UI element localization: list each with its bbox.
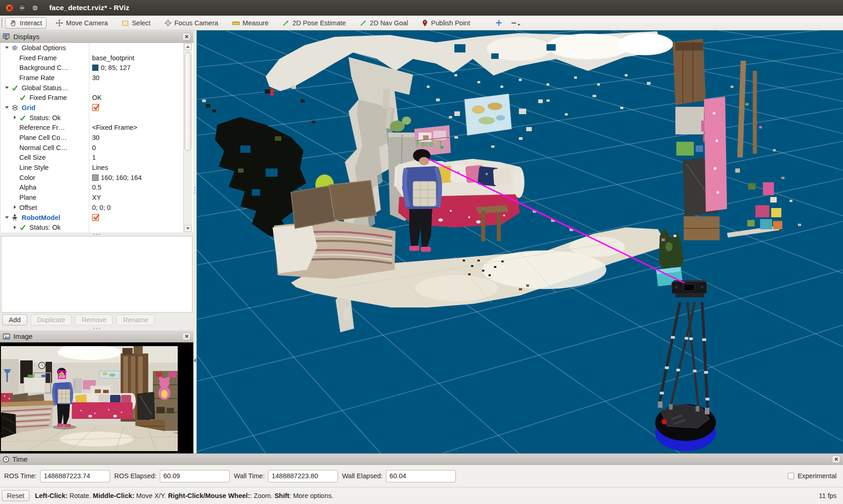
tree-row-global-status-[interactable]: Global Status… [0, 83, 193, 93]
tree-row-grid[interactable]: Grid [0, 103, 193, 113]
scroll-up-icon[interactable] [184, 43, 192, 50]
window-minimize-button[interactable] [18, 4, 26, 12]
tool-measure[interactable]: Measure [227, 17, 273, 29]
tree-row-background-c-[interactable]: Background C…0; 85; 127 [0, 63, 193, 73]
move-arrows-icon [56, 19, 63, 27]
tool-2d-nav-goal[interactable]: 2D Nav Goal [355, 17, 413, 29]
property-value[interactable]: Lines [92, 164, 108, 171]
time-panel-header[interactable]: Time [0, 453, 843, 465]
tree-row-normal-cell-c-[interactable]: Normal Cell C…0 [0, 143, 193, 153]
displays-scrollbar[interactable] [183, 43, 192, 232]
tool-focus-camera[interactable]: Focus Camera [160, 17, 223, 29]
expander-icon[interactable] [4, 45, 10, 51]
tree-row-reference-fr-[interactable]: Reference Fr…<Fixed Frame> [0, 123, 193, 133]
color-swatch[interactable] [92, 64, 99, 71]
tree-row-plane-cell-co-[interactable]: Plane Cell Co…30 [0, 133, 193, 143]
tool-publish-point[interactable]: Publish Point [417, 17, 475, 29]
property-value[interactable]: 0; 0; 0 [92, 204, 110, 211]
expander-icon[interactable] [4, 85, 10, 91]
expander-icon[interactable] [4, 104, 10, 110]
ros-elapsed-input[interactable] [160, 470, 230, 482]
property-value[interactable]: XY [92, 194, 101, 201]
reset-button[interactable]: Reset [2, 490, 29, 501]
horizontal-splitter[interactable] [0, 326, 193, 330]
property-value[interactable]: 1 [92, 154, 96, 161]
tree-row-color[interactable]: Color160; 160; 164 [0, 173, 193, 183]
vertical-splitter[interactable] [193, 30, 197, 453]
tree-row-fixed-frame[interactable]: Fixed FrameOK [0, 93, 193, 103]
close-panel-button[interactable] [182, 33, 191, 41]
tree-row-status-ok[interactable]: Status: Ok [0, 222, 193, 232]
add-tool-button[interactable] [492, 18, 506, 28]
expander-icon[interactable] [12, 204, 18, 210]
duplicate-display-button[interactable]: Duplicate [31, 314, 71, 325]
minus-dropdown-icon [511, 19, 521, 26]
wall-elapsed-label: Wall Elapsed: [342, 472, 383, 480]
property-value[interactable]: base_footprint [92, 54, 134, 62]
expander-spacer [12, 155, 18, 161]
ros-time-input[interactable] [40, 470, 110, 482]
toolbar-drag-handle-icon[interactable] [1, 18, 3, 28]
tree-row-frame-rate[interactable]: Frame Rate30 [0, 73, 193, 83]
scroll-down-icon[interactable] [184, 225, 192, 232]
remove-tool-button[interactable] [507, 18, 524, 28]
enabled-checkbox[interactable] [92, 214, 99, 221]
window-close-button[interactable] [6, 4, 13, 12]
3d-viewport[interactable]: Face_1 [197, 30, 843, 453]
tree-row-cell-size[interactable]: Cell Size1 [0, 153, 193, 163]
close-panel-button[interactable] [832, 456, 840, 463]
property-value[interactable]: <Fixed Frame> [92, 124, 137, 131]
expander-icon[interactable] [4, 214, 10, 220]
property-label: RobotModel [22, 214, 60, 221]
clock-icon [3, 456, 9, 463]
tree-row-alpha[interactable]: Alpha0.5 [0, 183, 193, 193]
tool-interact[interactable]: Interact [5, 17, 47, 29]
remove-display-button[interactable]: Remove [75, 314, 113, 325]
property-value[interactable]: OK [92, 94, 102, 101]
window-maximize-button[interactable] [31, 4, 39, 12]
tree-row-plane[interactable]: PlaneXY [0, 192, 193, 203]
scrollbar-thumb[interactable] [185, 52, 191, 151]
rename-display-button[interactable]: Rename [116, 314, 155, 325]
tree-row-offset[interactable]: Offset0; 0; 0 [0, 203, 193, 213]
property-label: Line Style [19, 164, 49, 171]
wall-elapsed-input[interactable] [386, 470, 456, 482]
experimental-checkbox[interactable] [788, 473, 794, 479]
property-value[interactable]: 30 [92, 74, 99, 81]
horizontal-splitter[interactable] [0, 232, 193, 236]
property-label: Offset [19, 204, 37, 211]
displays-tree: Global OptionsFixed Framebase_footprintB… [0, 43, 193, 232]
displays-panel-header[interactable]: Displays [0, 30, 193, 43]
tool-move-camera[interactable]: Move Camera [51, 17, 112, 29]
property-label: Plane Cell Co… [19, 134, 67, 141]
tree-row-status-ok[interactable]: Status: Ok [0, 113, 193, 123]
property-value[interactable]: 0 [92, 144, 96, 151]
tool-2d-pose-estimate[interactable]: 2D Pose Estimate [278, 17, 350, 29]
property-value[interactable]: 30 [92, 134, 99, 141]
property-label: Color [19, 174, 35, 181]
color-swatch[interactable] [92, 174, 99, 181]
tree-row-fixed-frame[interactable]: Fixed Framebase_footprint [0, 53, 193, 63]
displays-icon [3, 33, 10, 40]
expander-icon[interactable] [12, 115, 18, 121]
image-panel-header[interactable]: Image [0, 330, 193, 342]
green-arrow-icon [282, 19, 290, 27]
tool-select[interactable]: Select [117, 17, 155, 29]
wall-time-input[interactable] [268, 470, 338, 482]
property-value[interactable]: 160; 160; 164 [101, 174, 142, 181]
property-value[interactable]: 0.5 [92, 184, 101, 191]
property-value[interactable]: 0; 85; 127 [101, 64, 131, 71]
map-pin-icon [422, 19, 428, 27]
mouse-help-text: Left-Click: Rotate. Middle-Click: Move X… [35, 492, 333, 499]
camera-image [0, 342, 193, 453]
green-arrow-icon [360, 19, 367, 27]
tree-row-robotmodel[interactable]: RobotModel [0, 213, 193, 223]
tree-row-global-options[interactable]: Global Options [0, 43, 193, 53]
add-display-button[interactable]: Add [2, 314, 27, 325]
property-label: Global Status… [22, 84, 69, 92]
expander-icon[interactable] [12, 225, 18, 231]
enabled-checkbox[interactable] [92, 104, 99, 111]
close-panel-button[interactable] [182, 333, 191, 340]
property-label: Grid [22, 104, 35, 111]
tree-row-line-style[interactable]: Line StyleLines [0, 162, 193, 173]
